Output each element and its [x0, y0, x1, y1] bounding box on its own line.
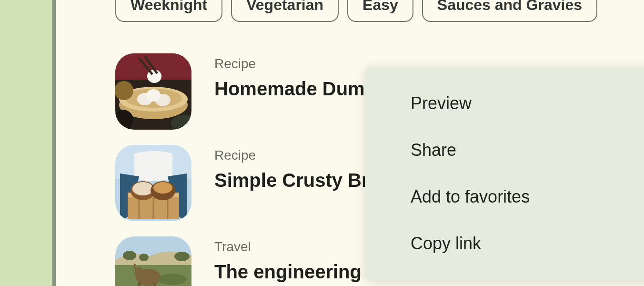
menu-add-favorites[interactable]: Add to favorites [365, 174, 644, 220]
svg-point-25 [153, 182, 172, 194]
svg-point-7 [146, 89, 161, 102]
thumbnail-bread [115, 145, 191, 221]
chip-easy[interactable]: Easy [347, 0, 413, 22]
menu-preview[interactable]: Preview [365, 80, 644, 127]
left-rail [0, 0, 52, 286]
svg-point-22 [132, 182, 153, 195]
filter-chips: Weeknight Vegetarian Easy Sauces and Gra… [115, 0, 644, 22]
chip-sauces[interactable]: Sauces and Gravies [422, 0, 597, 22]
svg-point-30 [174, 252, 190, 261]
chip-vegetarian[interactable]: Vegetarian [231, 0, 339, 22]
svg-point-36 [158, 274, 187, 285]
menu-copy-link[interactable]: Copy link [365, 220, 644, 267]
thumbnail-travel [115, 236, 191, 286]
chip-weeknight[interactable]: Weeknight [115, 0, 222, 22]
thumbnail-dumplings [115, 53, 191, 130]
svg-point-29 [139, 254, 149, 261]
context-menu: Preview Share Add to favorites Copy link [365, 67, 644, 280]
menu-share[interactable]: Share [365, 127, 644, 174]
main-content: Weeknight Vegetarian Easy Sauces and Gra… [64, 0, 644, 286]
svg-point-28 [123, 251, 136, 260]
vertical-divider [52, 0, 64, 286]
